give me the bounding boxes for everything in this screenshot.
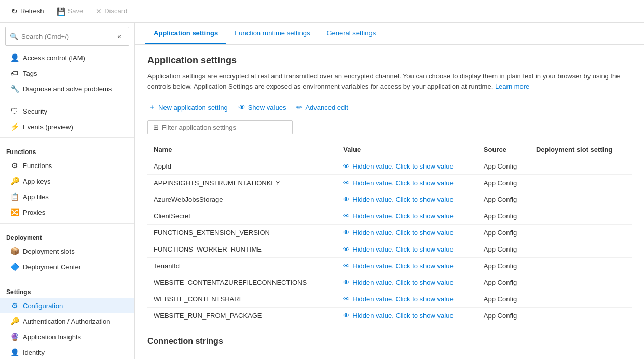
- cell-name: FUNCTIONS_EXTENSION_VERSION: [147, 225, 337, 241]
- shield-icon: 🛡: [10, 107, 19, 115]
- refresh-icon: ↻: [11, 7, 18, 16]
- cell-value[interactable]: 👁 Hidden value. Click to show value: [337, 175, 477, 191]
- table-body: AppId 👁 Hidden value. Click to show valu…: [147, 158, 632, 324]
- table-row: WEBSITE_CONTENTAZUREFILECONNECTIONS 👁 Hi…: [147, 274, 632, 291]
- config-icon: ⚙: [10, 301, 19, 310]
- eye-open-icon: 👁: [238, 103, 245, 112]
- sidebar-item-access-control[interactable]: 👤 Access control (IAM): [0, 50, 134, 65]
- collapse-button[interactable]: «: [114, 30, 125, 43]
- table-row: WEBSITE_CONTENTSHARE 👁 Hidden value. Cli…: [147, 291, 632, 308]
- search-box[interactable]: 🔍 «: [5, 27, 129, 46]
- show-value-link[interactable]: 👁 Hidden value. Click to show value: [343, 312, 471, 320]
- cell-value[interactable]: 👁 Hidden value. Click to show value: [337, 158, 477, 175]
- eye-icon: 👁: [343, 312, 350, 320]
- cell-slot: [530, 274, 632, 291]
- cell-value[interactable]: 👁 Hidden value. Click to show value: [337, 241, 477, 258]
- discard-icon: ✕: [95, 7, 102, 16]
- identity-icon: 👤: [10, 348, 19, 356]
- cell-value[interactable]: 👁 Hidden value. Click to show value: [337, 191, 477, 208]
- sidebar-item-tags[interactable]: 🏷 Tags: [0, 65, 134, 81]
- table-row: AppId 👁 Hidden value. Click to show valu…: [147, 158, 632, 175]
- tab-application-settings[interactable]: Application settings: [145, 23, 226, 44]
- file-icon: 📋: [10, 192, 19, 201]
- cell-slot: [530, 308, 632, 324]
- eye-icon: 👁: [343, 245, 350, 253]
- cell-name: AzureWebJobsStorage: [147, 191, 337, 208]
- table-row: FUNCTIONS_WORKER_RUNTIME 👁 Hidden value.…: [147, 241, 632, 258]
- sidebar: 🔍 « 👤 Access control (IAM) 🏷 Tags 🔧 Diag…: [0, 23, 135, 359]
- refresh-button[interactable]: ↻ Refresh: [6, 5, 49, 18]
- sidebar-item-identity[interactable]: 👤 Identity: [0, 344, 134, 359]
- show-value-link[interactable]: 👁 Hidden value. Click to show value: [343, 245, 471, 253]
- sidebar-item-proxies[interactable]: 🔀 Proxies: [0, 204, 134, 220]
- cell-slot: [530, 291, 632, 308]
- sidebar-item-functions[interactable]: ⚙ Functions: [0, 158, 134, 173]
- filter-input[interactable]: [162, 123, 287, 131]
- wrench-icon: 🔧: [10, 85, 19, 93]
- cell-slot: [530, 191, 632, 208]
- col-value: Value: [337, 142, 477, 158]
- sidebar-item-app-keys[interactable]: 🔑 App keys: [0, 173, 134, 189]
- show-value-link[interactable]: 👁 Hidden value. Click to show value: [343, 212, 471, 220]
- cell-name: ClientSecret: [147, 208, 337, 225]
- cell-source: App Config: [477, 291, 530, 308]
- cell-slot: [530, 241, 632, 258]
- eye-icon: 👁: [343, 196, 350, 203]
- content-description: Application settings are encrypted at re…: [147, 71, 625, 91]
- divider4: [0, 278, 134, 278]
- discard-button[interactable]: ✕ Discard: [90, 5, 132, 18]
- cell-source: App Config: [477, 175, 530, 191]
- search-input[interactable]: [21, 33, 111, 40]
- table-row: FUNCTIONS_EXTENSION_VERSION 👁 Hidden val…: [147, 225, 632, 241]
- sidebar-item-deployment-center[interactable]: 🔷 Deployment Center: [0, 259, 134, 274]
- advanced-edit-button[interactable]: ✏ Advanced edit: [295, 101, 349, 114]
- table-row: ClientSecret 👁 Hidden value. Click to sh…: [147, 208, 632, 225]
- show-value-link[interactable]: 👁 Hidden value. Click to show value: [343, 179, 471, 187]
- sidebar-item-app-files[interactable]: 📋 App files: [0, 189, 134, 204]
- sidebar-item-configuration[interactable]: ⚙ Configuration: [0, 298, 134, 313]
- sidebar-item-security[interactable]: 🛡 Security: [0, 103, 134, 119]
- cell-value[interactable]: 👁 Hidden value. Click to show value: [337, 225, 477, 241]
- divider2: [0, 137, 134, 138]
- filter-box[interactable]: ⊞: [147, 120, 293, 134]
- table-row: TenantId 👁 Hidden value. Click to show v…: [147, 258, 632, 274]
- search-icon: 🔍: [10, 33, 18, 40]
- show-values-button[interactable]: 👁 Show values: [237, 101, 287, 114]
- col-slot: Deployment slot setting: [530, 142, 632, 158]
- show-value-link[interactable]: 👁 Hidden value. Click to show value: [343, 196, 471, 203]
- table-row: WEBSITE_RUN_FROM_PACKAGE 👁 Hidden value.…: [147, 308, 632, 324]
- sidebar-item-auth[interactable]: 🔑 Authentication / Authorization: [0, 313, 134, 329]
- section-settings: Settings: [0, 281, 134, 298]
- connection-strings-title: Connection strings: [147, 337, 632, 346]
- content-body: Application settings Application setting…: [135, 45, 644, 356]
- cell-source: App Config: [477, 258, 530, 274]
- learn-more-link[interactable]: Learn more: [495, 82, 529, 90]
- new-setting-button[interactable]: ＋ New application setting: [147, 101, 229, 114]
- save-button[interactable]: 💾 Save: [51, 5, 89, 18]
- show-value-link[interactable]: 👁 Hidden value. Click to show value: [343, 229, 471, 237]
- cell-name: WEBSITE_CONTENTSHARE: [147, 291, 337, 308]
- tab-general-settings[interactable]: General settings: [318, 23, 384, 44]
- cell-value[interactable]: 👁 Hidden value. Click to show value: [337, 208, 477, 225]
- filter-icon: ⊞: [153, 123, 159, 131]
- col-source: Source: [477, 142, 530, 158]
- tab-function-runtime-settings[interactable]: Function runtime settings: [226, 23, 318, 44]
- tag-icon: 🏷: [10, 69, 19, 77]
- sidebar-item-app-insights[interactable]: 🔮 Application Insights: [0, 329, 134, 344]
- cell-value[interactable]: 👁 Hidden value. Click to show value: [337, 258, 477, 274]
- tab-bar: Application settings Function runtime se…: [135, 23, 644, 45]
- section-functions: Functions: [0, 141, 134, 158]
- key-icon: 🔑: [10, 177, 19, 185]
- sidebar-item-events[interactable]: ⚡ Events (preview): [0, 119, 134, 134]
- show-value-link[interactable]: 👁 Hidden value. Click to show value: [343, 262, 471, 270]
- toolbar: ↻ Refresh 💾 Save ✕ Discard: [0, 0, 644, 23]
- cell-slot: [530, 208, 632, 225]
- show-value-link[interactable]: 👁 Hidden value. Click to show value: [343, 279, 471, 286]
- cell-value[interactable]: 👁 Hidden value. Click to show value: [337, 308, 477, 324]
- show-value-link[interactable]: 👁 Hidden value. Click to show value: [343, 162, 471, 170]
- sidebar-item-deployment-slots[interactable]: 📦 Deployment slots: [0, 243, 134, 259]
- sidebar-item-diagnose[interactable]: 🔧 Diagnose and solve problems: [0, 81, 134, 96]
- show-value-link[interactable]: 👁 Hidden value. Click to show value: [343, 295, 471, 303]
- cell-value[interactable]: 👁 Hidden value. Click to show value: [337, 274, 477, 291]
- cell-value[interactable]: 👁 Hidden value. Click to show value: [337, 291, 477, 308]
